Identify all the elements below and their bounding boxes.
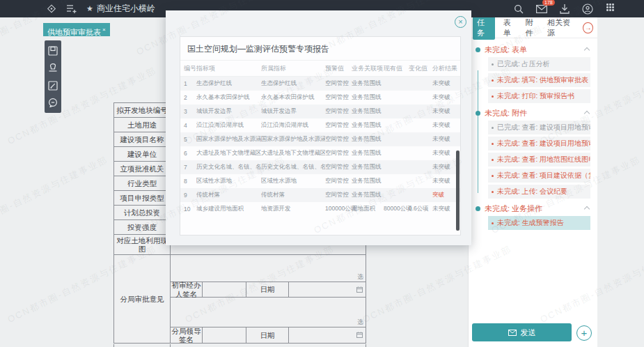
report-cell: 未突破 [432,107,457,116]
form-row-label: 分局审批意见 [114,255,170,343]
opinion-cell-1[interactable]: 选 [171,255,366,282]
star-icon[interactable]: ★ [86,4,93,13]
tab-表单[interactable]: 表单 [503,17,517,38]
chevron-up-icon[interactable] [584,47,590,52]
report-table-row: 1生态保护红线生态保护红线空间管控业务范围线未突破 [180,77,460,91]
date2-input-cell[interactable] [289,327,366,343]
report-cell: 未突破 [432,93,457,102]
table-scrollbar[interactable] [456,151,460,231]
form-row-label: 立项批准机关 [114,162,170,176]
open-form-tab[interactable]: 供地预审审批表× [43,23,110,36]
add-button[interactable]: + [576,325,592,341]
report-table-row: 9传统村落传统村落空间管控业务范围线突破 [180,188,460,202]
task-group-header[interactable]: 未完成: 业务操作 [473,203,592,214]
calendar-icon[interactable] [356,331,363,339]
report-title: 国土空间规划—监测评估预警专项报告 [180,37,460,60]
report-cell: 业务范围线 [352,107,384,116]
group-bullet [476,206,480,211]
opinion-cell-2[interactable]: 选 [171,298,366,327]
report-cell: 100000公顷 [325,205,352,213]
report-cell: 5 [180,136,196,143]
task-group-title: 未完成: 表单 [485,45,527,55]
report-col-header: 业务关联项 [352,64,384,73]
sig2-input-cell[interactable] [203,327,246,343]
report-col-header: 分析结果 [432,64,457,73]
select-link[interactable]: 选 [357,318,363,325]
task-item[interactable]: 未完成: 打印: 预审报告书 [488,89,590,103]
task-item[interactable]: 未完成: 上传: 会议纪要 [488,185,590,199]
task-item[interactable]: 已完成: 占压分析 [488,57,590,71]
report-table-rows: 1生态保护红线生态保护红线空间管控业务范围线未突破2永久基本农田保护线永久基本农… [180,77,460,216]
tab-任务[interactable]: 任务 [473,16,495,40]
report-col-header: 现有值 [384,64,409,73]
report-cell: 突破 [432,191,457,199]
report-cell: 历史文化名城、名镇、名村 [261,163,325,171]
page-title: 商业住宅小横岭 [97,3,155,15]
report-cell: 空间管控 [325,93,352,102]
report-cell: 地资源开发 [261,205,325,213]
report-cell: 空间管控 [325,177,352,185]
save-icon[interactable] [48,46,58,56]
search-icon[interactable] [513,3,524,15]
date1-label: 日期 [246,282,288,297]
list-plus-icon[interactable] [66,3,77,15]
task-item[interactable]: 已完成: 查看: 建设项目用地预审申请表... [488,121,590,134]
send-button[interactable]: 发送 [472,323,572,341]
report-cell: 未突破 [432,121,457,130]
stamp-icon[interactable] [48,63,58,73]
task-item-label: 未完成: 上传: 会议纪要 [497,187,567,196]
tab-close-icon[interactable]: × [102,26,106,33]
task-item[interactable]: 未完成: 填写: 供地预审审批表 [488,73,590,87]
user-icon[interactable] [582,3,593,15]
report-cell: 80000公顷 [384,205,409,213]
report-cell: 空间管控 [325,107,352,116]
chevron-up-icon[interactable] [584,206,590,211]
task-group-header[interactable]: 未完成: 表单 [473,45,592,55]
tab-附件[interactable]: 附件 [525,17,539,38]
report-cell: 城镇开发边界 [261,107,325,116]
modal-close-icon[interactable]: × [455,16,466,28]
report-cell: 未突破 [432,177,457,185]
report-cell: 业务范围线 [352,177,384,185]
report-table-row: 4沿江沿海沿湖岸线沿江沿海沿湖岸线空间管控业务范围线未突破 [180,118,460,132]
sig1-input-cell[interactable] [203,282,246,297]
edit-icon[interactable] [48,81,58,91]
report-cell: 业务范围线 [352,135,384,144]
report-table-row: 10城乡建设用地面积地资源开发100000公顷用地面积80000公顷0.6公顷未… [180,202,460,216]
group-bullet [476,47,480,52]
form-row-label: 计划总投资 [114,206,170,219]
task-item[interactable]: 未完成: 查看: 建设项目用地预审申请报... [488,137,590,151]
select-link[interactable]: 选 [357,273,363,280]
app-logo-icon[interactable] [46,3,57,15]
report-cell: 0.6公顷 [409,205,432,213]
circle-arrow-right-icon[interactable]: → [583,22,593,33]
task-panel: 任务表单附件相关资源→ 未完成: 表单已完成: 占压分析未完成: 填写: 供地预… [468,17,597,347]
app-grid-icon[interactable] [605,3,616,15]
date1-input-cell[interactable] [289,282,366,297]
report-cell: 4 [180,122,196,129]
panel-tabs: 任务表单附件相关资源→ [469,17,597,38]
tab-相关资源[interactable]: 相关资源 [547,17,574,38]
report-cell: 永久基本农田保护线 [261,93,325,102]
sig1-label: 初审经办人签名 [171,282,202,297]
chevron-up-icon[interactable] [584,110,590,116]
warning-report-modal: × 国土空间规划—监测评估预警专项报告 编号指标项所属指标预警值业务关联项现有值… [166,10,471,245]
item-bullet [492,143,494,145]
form-row-label: 对应土地利用现图 [114,235,170,254]
task-item-label: 已完成: 查看: 建设项目用地预审申请表... [497,123,590,132]
item-bullet [492,159,494,161]
send-mail-icon [508,330,517,336]
task-group-header[interactable]: 未完成: 附件 [473,108,592,118]
task-item-label: 未完成: 查看: 用地范围红线图电子光盘 [497,155,590,164]
mail-icon[interactable]: 178 [536,3,547,15]
task-item[interactable]: 未完成: 生成预警报告 [488,216,590,230]
report-cell: 8 [180,178,196,185]
download-icon[interactable] [559,3,570,15]
task-item-label: 未完成: 查看: 建设项目用地预审申请报... [497,139,590,148]
form-row-label: 投资强度 [114,220,170,234]
report-cell: 城乡建设用地面积 [196,205,261,213]
calendar-icon[interactable] [356,285,363,293]
comment-icon[interactable] [48,98,58,107]
task-item[interactable]: 未完成: 查看: 用地范围红线图电子光盘 [488,153,590,167]
task-item[interactable]: 未完成: 查看: 项目建设依据（复印件） [488,169,590,183]
